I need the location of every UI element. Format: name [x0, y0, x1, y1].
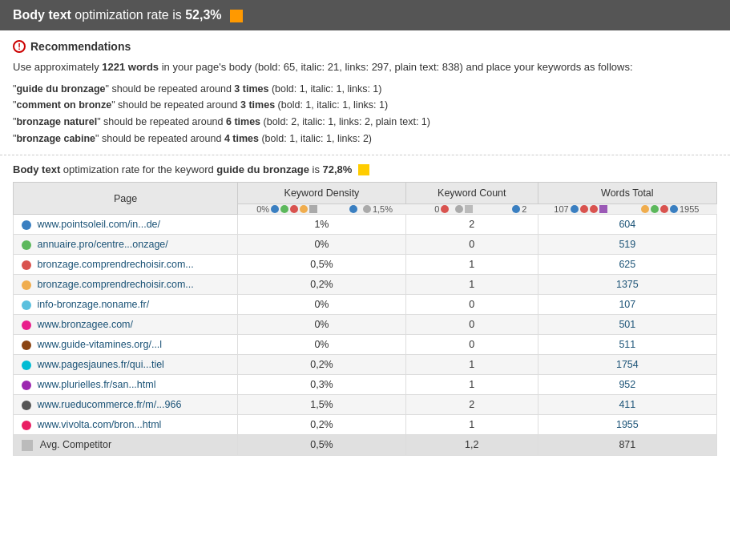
words-cell: 1754 [538, 355, 716, 375]
count-cell: 1 [405, 355, 538, 375]
page-cell: www.plurielles.fr/san...html [14, 375, 238, 395]
keyword-name: guide du bronzage [216, 163, 309, 175]
page-cell: bronzage.comprendrechoisir.com... [14, 275, 238, 295]
words-sub-right: 1955 [623, 204, 717, 215]
rec-line-1: "guide du bronzage" should be repeated a… [13, 82, 717, 97]
density-cell: 0,2% [238, 415, 406, 435]
dot-blue2 [349, 205, 357, 213]
words-cell: 501 [538, 315, 716, 335]
dot-red2 [441, 205, 449, 213]
count-cell: 2 [405, 215, 538, 235]
page-link[interactable]: www.pagesjaunes.fr/qui...tiel [37, 359, 163, 370]
recommendations-section: ! Recommendations Use approximately 1221… [0, 30, 730, 155]
count-sub-left: 0 [405, 204, 501, 215]
words-link[interactable]: 625 [619, 259, 635, 270]
table-row: bronzage.comprendrechoisir.com... 0,5% 1… [14, 255, 717, 275]
table-header-row: Page Keyword Density Keyword Count Words… [14, 183, 717, 204]
words-link[interactable]: 511 [619, 339, 635, 350]
words-link[interactable]: 411 [619, 399, 635, 410]
row-dot [22, 300, 31, 310]
keyword-section: Body text optimization rate for the keyw… [0, 155, 730, 461]
row-dot [22, 260, 31, 270]
words-cell: 411 [538, 395, 716, 415]
sq-gray2 [465, 205, 473, 213]
density-cell: 0% [238, 235, 406, 255]
sq-gray [309, 205, 317, 213]
words-cell: 625 [538, 255, 716, 275]
page-link[interactable]: www.rueducommerce.fr/m/...966 [37, 399, 181, 410]
table-row: www.bronzagee.com/ 0% 0 501 [14, 315, 717, 335]
page-cell: info-bronzage.noname.fr/ [14, 295, 238, 315]
rec-line-3: "bronzage naturel" should be repeated ar… [13, 115, 717, 130]
table-row: annuaire.pro/centre...onzage/ 0% 0 519 [14, 235, 717, 255]
words-link[interactable]: 1955 [616, 419, 639, 430]
dot-blue3 [512, 205, 520, 213]
table-row: www.pagesjaunes.fr/qui...tiel 0,2% 1 175… [14, 355, 717, 375]
avg-icon [22, 440, 33, 451]
words-link[interactable]: 501 [619, 319, 635, 330]
count-cell: 1 [405, 415, 538, 435]
header-prefix: Body text [13, 8, 71, 22]
recommendations-intro: Use approximately 1221 words in your pag… [13, 59, 717, 75]
sq-purple [599, 205, 607, 213]
density-sub-left: 0% [238, 204, 337, 215]
page-link[interactable]: www.guide-vitamines.org/...l [37, 339, 162, 350]
count-cell: 0 [405, 295, 538, 315]
rec-line-2: "comment on bronze" should be repeated a… [13, 98, 717, 113]
row-dot [22, 421, 31, 430]
count-cell: 2 [405, 395, 538, 415]
page-cell: www.pointsoleil.com/in...de/ [14, 215, 238, 235]
keyword-rate-color-box [358, 164, 369, 175]
count-cell: 0 [405, 235, 538, 255]
dot-red3 [580, 205, 588, 213]
dot-green [280, 205, 288, 213]
results-table: Page Keyword Density Keyword Count Words… [13, 182, 717, 456]
words-cell: 952 [538, 375, 716, 395]
avg-label-cell: Avg. Competitor [14, 435, 238, 456]
page-link[interactable]: info-bronzage.noname.fr/ [37, 299, 149, 310]
words-link[interactable]: 1375 [616, 279, 639, 290]
page-link[interactable]: bronzage.comprendrechoisir.com... [37, 259, 193, 270]
kw-4: bronzage cabine [16, 133, 95, 144]
avg-count: 1,2 [405, 435, 538, 456]
count-sub-right: 2 [501, 204, 538, 215]
dot-red5 [660, 205, 668, 213]
dot-blue4 [571, 205, 579, 213]
page-cell: www.vivolta.com/bron...html [14, 415, 238, 435]
dot-orange2 [641, 205, 649, 213]
count-cell: 1 [405, 275, 538, 295]
page-link[interactable]: www.pointsoleil.com/in...de/ [37, 219, 160, 230]
density-sub-right: 1,5% [336, 204, 405, 215]
density-cell: 0% [238, 315, 406, 335]
kw-3: bronzage naturel [16, 116, 97, 127]
words-link[interactable]: 107 [619, 299, 635, 310]
words-link[interactable]: 1754 [616, 359, 639, 370]
header-bar: Body text optimization rate is 52,3% [0, 0, 730, 30]
page-link[interactable]: annuaire.pro/centre...onzage/ [37, 239, 167, 250]
table-row: www.vivolta.com/bron...html 0,2% 1 1955 [14, 415, 717, 435]
table-row: www.guide-vitamines.org/...l 0% 0 511 [14, 335, 717, 355]
words-link[interactable]: 604 [619, 219, 635, 230]
words-cell: 519 [538, 235, 716, 255]
page-link[interactable]: www.vivolta.com/bron...html [37, 419, 161, 430]
kw-1: guide du bronzage [16, 83, 105, 95]
density-cell: 0,3% [238, 375, 406, 395]
count-cell: 0 [405, 335, 538, 355]
col-count: Keyword Count [405, 183, 538, 204]
word-count: 1221 words [102, 61, 159, 73]
avg-words: 871 [538, 435, 716, 456]
words-link[interactable]: 519 [619, 239, 635, 250]
rec-lines: "guide du bronzage" should be repeated a… [13, 82, 717, 147]
dot-green2 [651, 205, 659, 213]
kw-2: comment on bronze [16, 99, 111, 111]
page-link[interactable]: www.plurielles.fr/san...html [37, 379, 155, 390]
page-link[interactable]: www.bronzagee.com/ [37, 319, 133, 330]
words-link[interactable]: 952 [619, 379, 635, 390]
words-cell: 107 [538, 295, 716, 315]
words-cell: 1955 [538, 415, 716, 435]
page-link[interactable]: bronzage.comprendrechoisir.com... [37, 279, 193, 290]
row-dot [22, 381, 31, 390]
dot-blue [271, 205, 279, 213]
page-cell: www.pagesjaunes.fr/qui...tiel [14, 355, 238, 375]
density-cell: 0% [238, 295, 406, 315]
